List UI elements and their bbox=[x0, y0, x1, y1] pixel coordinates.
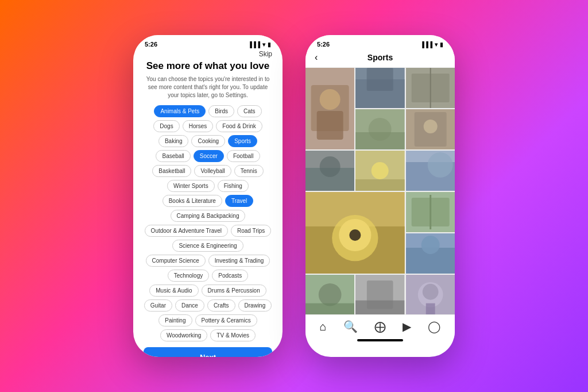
topic-tag[interactable]: Guitar bbox=[144, 299, 172, 312]
svg-point-29 bbox=[349, 229, 361, 241]
grid-item-1[interactable] bbox=[305, 68, 354, 149]
svg-point-24 bbox=[427, 152, 452, 178]
grid-item-11[interactable] bbox=[406, 233, 455, 274]
sports-image-3 bbox=[406, 68, 455, 108]
back-button[interactable]: ‹ bbox=[315, 52, 326, 63]
sports-title: Sports bbox=[326, 53, 434, 62]
topic-tag[interactable]: Cats bbox=[237, 105, 262, 117]
grid-item-4[interactable] bbox=[355, 109, 404, 149]
sports-image-14 bbox=[406, 275, 455, 314]
grid-item-9[interactable] bbox=[305, 192, 405, 274]
page-subtitle: You can choose the topics you're interes… bbox=[144, 75, 272, 99]
svg-point-2 bbox=[320, 89, 341, 110]
time-left: 5:26 bbox=[145, 41, 157, 48]
signal-icon-right: ▐▐▐ bbox=[420, 41, 432, 48]
topic-tag[interactable]: Fishing bbox=[218, 180, 249, 192]
svg-point-20 bbox=[372, 162, 389, 179]
page-title: See more of what you love bbox=[144, 60, 272, 72]
sports-image-2 bbox=[355, 68, 404, 108]
skip-link[interactable]: Skip bbox=[259, 50, 272, 58]
topic-tag[interactable]: Drums & Percussion bbox=[202, 285, 266, 297]
topic-tag[interactable]: Baking bbox=[158, 135, 189, 147]
topic-tag[interactable]: Investing & Trading bbox=[208, 255, 270, 267]
home-indicator-right bbox=[357, 339, 403, 341]
topic-tag[interactable]: Books & Literature bbox=[163, 195, 222, 207]
left-content: Skip See more of what you love You can c… bbox=[133, 50, 283, 341]
svg-rect-6 bbox=[367, 68, 393, 91]
grid-item-13[interactable] bbox=[355, 275, 404, 314]
grid-item-2[interactable] bbox=[355, 68, 404, 108]
sports-image-12 bbox=[305, 275, 354, 314]
profile-nav-icon[interactable]: ◯ bbox=[428, 320, 440, 333]
svg-rect-3 bbox=[317, 111, 343, 140]
topic-tag[interactable]: Science & Engineering bbox=[172, 240, 243, 252]
battery-icon-right: ▮ bbox=[440, 41, 443, 48]
svg-point-44 bbox=[422, 284, 438, 300]
status-bar-left: 5:26 ▐▐▐ ▾ ▮ bbox=[133, 35, 283, 50]
topic-tag[interactable]: Food & Drink bbox=[216, 120, 262, 132]
left-phone: 5:26 ▐▐▐ ▾ ▮ Skip See more of what you l… bbox=[133, 35, 283, 357]
topic-tag[interactable]: Road Trips bbox=[231, 225, 271, 237]
topic-tag[interactable]: Tennis bbox=[234, 165, 264, 177]
topic-tag[interactable]: Podcasts bbox=[212, 270, 248, 282]
sports-image-13 bbox=[355, 275, 404, 314]
topic-tag[interactable]: Outdoor & Adventure Travel bbox=[145, 225, 228, 237]
topic-tag[interactable]: Drawing bbox=[238, 299, 272, 312]
sports-image-10 bbox=[406, 192, 455, 232]
topics-tags: Animals & PetsBirdsCatsDogsHorsesFood & … bbox=[144, 105, 272, 341]
svg-rect-21 bbox=[355, 179, 404, 191]
sports-image-4 bbox=[355, 109, 404, 149]
topic-tag[interactable]: Music & Audio bbox=[149, 285, 198, 297]
svg-point-37 bbox=[319, 283, 342, 306]
topic-tag[interactable]: Sports bbox=[228, 135, 257, 147]
grid-item-8[interactable] bbox=[406, 151, 455, 191]
topic-tag[interactable]: Dogs bbox=[153, 120, 179, 132]
svg-rect-18 bbox=[320, 156, 341, 177]
svg-rect-38 bbox=[305, 303, 354, 315]
grid-item-12[interactable] bbox=[305, 275, 354, 314]
signal-icon: ▐▐▐ bbox=[248, 41, 260, 48]
grid-item-5[interactable] bbox=[406, 109, 455, 149]
svg-rect-41 bbox=[355, 301, 404, 315]
sports-grid bbox=[305, 68, 455, 314]
right-phone: 5:26 ▐▐▐ ▾ ▮ ‹ Sports bbox=[305, 35, 455, 357]
sports-image-1 bbox=[305, 68, 354, 149]
grid-item-7[interactable] bbox=[355, 151, 404, 191]
topic-tag[interactable]: Football bbox=[227, 150, 260, 162]
grid-item-14[interactable] bbox=[406, 275, 455, 314]
status-bar-right: 5:26 ▐▐▐ ▾ ▮ bbox=[305, 35, 455, 50]
grid-item-6[interactable] bbox=[305, 151, 354, 191]
topic-tag[interactable]: Painting bbox=[158, 314, 192, 326]
topic-tag[interactable]: Woodworking bbox=[160, 329, 207, 341]
topic-tag[interactable]: Cooking bbox=[191, 135, 225, 147]
topic-tag[interactable]: Dance bbox=[175, 299, 204, 312]
topic-tag[interactable]: Volleyball bbox=[194, 165, 231, 177]
topic-tag[interactable]: Birds bbox=[208, 105, 234, 117]
topic-tag[interactable]: Baseball bbox=[156, 150, 190, 162]
sports-image-11 bbox=[406, 233, 455, 274]
topic-tag[interactable]: Animals & Pets bbox=[154, 105, 206, 117]
topic-tag[interactable]: Pottery & Ceramics bbox=[195, 314, 257, 326]
topic-tag[interactable]: Camping & Backpacking bbox=[171, 210, 246, 222]
topic-tag[interactable]: Basketball bbox=[152, 165, 191, 177]
next-button[interactable]: Next bbox=[144, 347, 272, 357]
topic-tag[interactable]: Computer Science bbox=[146, 255, 206, 267]
home-nav-icon[interactable]: ⌂ bbox=[320, 320, 327, 333]
topic-tag[interactable]: Crafts bbox=[207, 299, 235, 312]
topic-tag[interactable]: Soccer bbox=[194, 150, 224, 162]
grid-item-3[interactable] bbox=[406, 68, 455, 108]
topic-tag[interactable]: TV & Movies bbox=[210, 329, 256, 341]
topic-tag[interactable]: Travel bbox=[225, 195, 253, 207]
grid-item-10[interactable] bbox=[406, 192, 455, 232]
topic-tag[interactable]: Technology bbox=[168, 270, 210, 282]
reels-nav-icon[interactable]: ▶ bbox=[403, 320, 411, 333]
topic-tag[interactable]: Horses bbox=[183, 120, 214, 132]
topic-tag[interactable]: Winter Sports bbox=[167, 180, 215, 192]
wifi-icon: ▾ bbox=[262, 41, 265, 48]
status-icons-left: ▐▐▐ ▾ ▮ bbox=[248, 41, 271, 48]
wifi-icon-right: ▾ bbox=[435, 41, 438, 48]
status-icons-right: ▐▐▐ ▾ ▮ bbox=[420, 41, 443, 48]
sports-image-6 bbox=[305, 151, 354, 191]
add-nav-icon[interactable]: ⨁ bbox=[374, 320, 386, 333]
search-nav-icon[interactable]: 🔍 bbox=[343, 320, 358, 333]
